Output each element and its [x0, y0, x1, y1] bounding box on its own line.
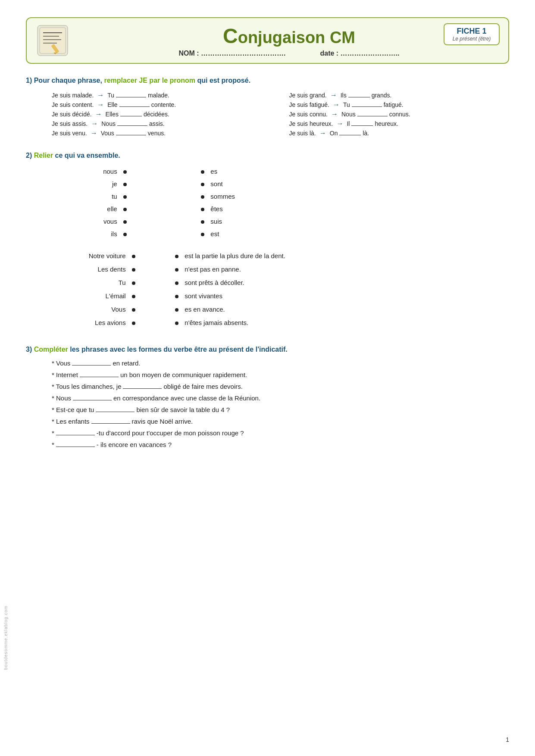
s2-label: Relier: [34, 152, 53, 159]
list-item: je: [112, 178, 129, 190]
s2-label-end: ce qui va ensemble.: [55, 152, 120, 159]
s1-label-end: qui est proposé.: [197, 77, 251, 84]
table-row: Je suis fatigué. → Tu fatigué.: [289, 100, 510, 109]
list-item: ils: [111, 228, 130, 240]
bullet-icon: [201, 233, 204, 236]
list-item: nous: [103, 166, 129, 177]
watermark: boutdesomme.eklablog.com: [3, 606, 8, 670]
bullet-icon: [123, 233, 127, 236]
bullet-icon: [175, 308, 178, 312]
date-label: date : ……………………..: [320, 50, 399, 57]
s3-label-end: avec les formes du verbe être au présent…: [110, 346, 288, 353]
ex1-left-col: Je suis malade. → Tu malade. Je suis con…: [52, 91, 272, 138]
match1-right: es sont sommes êtes suis est: [198, 166, 235, 240]
list-item: sont: [198, 178, 223, 190]
header-box: Conjugaison CM NOM : ………………………………. date …: [26, 17, 509, 64]
section2-title: 2) Relier ce qui va ensemble.: [26, 152, 509, 159]
header-logo: [35, 23, 70, 58]
match1-container: nous je tu elle vous ils es sont sommes …: [69, 166, 509, 240]
table-row: Je suis là. → On là.: [289, 128, 510, 138]
table-row: Je suis venu. → Vous venus.: [52, 128, 272, 138]
table-row: Je suis malade. → Tu malade.: [52, 91, 272, 100]
list-item: suis: [198, 216, 222, 227]
section1-title: 1) Pour chaque phrase, remplacer JE par …: [26, 77, 509, 84]
list-item: * Les enfants ravis que Noël arrive.: [52, 418, 509, 425]
list-item: est: [198, 228, 219, 240]
ex1-grid: Je suis malade. → Tu malade. Je suis con…: [52, 91, 509, 138]
list-item: vous: [103, 216, 129, 227]
bullet-icon: [132, 295, 135, 298]
header-title-block: Conjugaison CM NOM : ………………………………. date …: [78, 24, 500, 57]
fiche-subtitle: Le présent (être): [451, 36, 493, 42]
list-item: est la partie la plus dure de la dent.: [172, 250, 285, 262]
s3-label-bold: Compléter: [34, 346, 68, 353]
main-title: Conjugaison CM: [78, 24, 500, 48]
s3-number: 3): [26, 346, 32, 353]
match2-right: est la partie la plus dure de la dent. n…: [172, 250, 285, 328]
bullet-icon: [175, 281, 178, 285]
list-item: n'êtes jamais absents.: [172, 317, 248, 328]
match1-spacer: [129, 166, 198, 240]
list-item: Notre voiture: [89, 250, 138, 262]
match2-left: Notre voiture Les dents Tu L'émail Vous …: [52, 250, 138, 328]
table-row: Je suis assis. → Nous assis.: [52, 119, 272, 128]
list-item: * -tu d'accord pour t'occuper de mon poi…: [52, 429, 509, 437]
list-item: * Tous les dimanches, je obligé de faire…: [52, 383, 509, 390]
bullet-icon: [175, 255, 178, 258]
list-item: Les avions: [95, 317, 138, 328]
ex1-right-col: Je suis grand. → Ils grands. Je suis fat…: [289, 91, 510, 138]
table-row: Je suis content. → Elle contente.: [52, 100, 272, 109]
list-item: * Est-ce que tu bien sûr de savoir la ta…: [52, 406, 509, 413]
list-item: * Nous en correspondance avec une classe…: [52, 394, 509, 402]
list-item: n'est pas en panne.: [172, 263, 241, 275]
bullet-icon: [123, 195, 127, 199]
list-item: êtes: [198, 203, 223, 215]
bullet-icon: [132, 322, 135, 325]
bullet-icon: [123, 220, 127, 224]
bullet-icon: [175, 295, 178, 298]
table-row: Je suis heureux. → Il heureux.: [289, 119, 510, 128]
list-item: Les dents: [98, 263, 138, 275]
match2-spacer: [138, 250, 172, 328]
list-item: Vous: [111, 303, 138, 315]
list-item: tu: [112, 191, 129, 202]
list-item: es: [198, 166, 217, 177]
bullet-icon: [175, 268, 178, 272]
bullet-icon: [201, 170, 204, 174]
list-item: sommes: [198, 191, 235, 202]
bullet-icon: [132, 281, 135, 285]
s2-number: 2): [26, 152, 32, 159]
bullet-icon: [201, 208, 204, 211]
bullet-icon: [201, 220, 204, 224]
bullet-icon: [201, 195, 204, 199]
table-row: Je suis décidé. → Elles décidées.: [52, 109, 272, 119]
bullet-icon: [132, 308, 135, 312]
title-c: C: [223, 25, 238, 47]
list-item: L'émail: [106, 290, 138, 302]
match2-container: Notre voiture Les dents Tu L'émail Vous …: [52, 250, 509, 328]
list-item: elle: [107, 203, 129, 215]
bullet-icon: [132, 268, 135, 272]
svg-rect-1: [40, 28, 66, 53]
bullet-icon: [132, 255, 135, 258]
bullet-icon: [123, 208, 127, 211]
bullet-icon: [201, 183, 204, 186]
bullet-icon: [123, 170, 127, 174]
ex3-list: * Vous en retard. * Internet un bon moye…: [52, 359, 509, 448]
list-item: sont prêts à décoller.: [172, 277, 244, 288]
table-row: Je suis connu. → Nous connus.: [289, 109, 510, 119]
bullet-icon: [123, 183, 127, 186]
s3-label-olive: les phrases: [70, 346, 108, 353]
list-item: es en avance.: [172, 303, 225, 315]
table-row: Je suis grand. → Ils grands.: [289, 91, 510, 100]
list-item: * Vous en retard.: [52, 359, 509, 367]
section-3: 3) Compléter les phrases avec les formes…: [26, 346, 509, 448]
nom-label: NOM : ……………………………….: [178, 50, 285, 57]
section3-title: 3) Compléter les phrases avec les formes…: [26, 346, 509, 353]
s1-number: 1): [26, 77, 32, 84]
section-2: 2) Relier ce qui va ensemble. nous je tu…: [26, 152, 509, 328]
list-item: Tu: [119, 277, 138, 288]
list-item: sont vivantes: [172, 290, 222, 302]
match1-left: nous je tu elle vous ils: [69, 166, 129, 240]
s1-label-olive: remplacer JE par le pronom: [104, 77, 195, 84]
